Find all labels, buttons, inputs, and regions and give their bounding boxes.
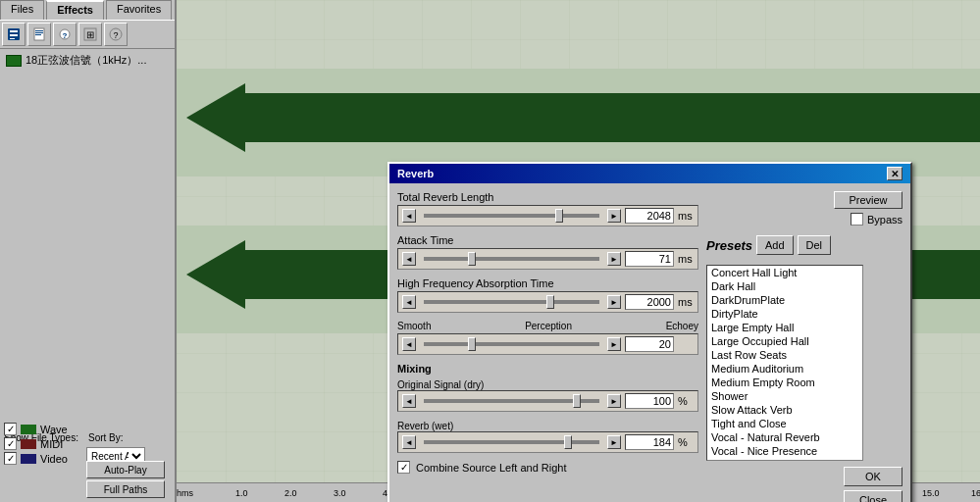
close-button[interactable]: Close — [844, 490, 903, 502]
character-left-arrow[interactable]: ◄ — [402, 337, 416, 351]
total-reverb-right-arrow[interactable]: ► — [607, 209, 621, 223]
original-signal-unit: % — [678, 395, 694, 407]
original-signal-thumb[interactable] — [573, 394, 581, 408]
preset-warm-room[interactable]: Warm Room — [707, 458, 862, 461]
preset-slow-attack-verb[interactable]: Slow Attack Verb — [707, 403, 862, 417]
attack-time-left-arrow[interactable]: ◄ — [402, 252, 416, 266]
attack-time-label: Attack Time — [397, 234, 698, 246]
sort-by-label: Sort By: — [88, 432, 124, 443]
svg-text:?: ? — [113, 30, 118, 40]
reverb-wet-track[interactable] — [424, 440, 599, 444]
video-icon — [21, 454, 36, 464]
reverb-wet-left-arrow[interactable]: ◄ — [402, 435, 416, 449]
toolbar-btn-3[interactable]: ? — [53, 23, 77, 46]
preset-dirty-plate[interactable]: DirtyPlate — [707, 307, 862, 321]
character-labels: Smooth Perception Echoey — [397, 321, 698, 333]
file-icon — [6, 55, 22, 67]
preset-concert-hall-light[interactable]: Concert Hall Light — [707, 266, 862, 279]
add-preset-button[interactable]: Add — [756, 235, 794, 255]
original-signal-value: 100 — [625, 393, 674, 409]
combine-checkbox-row: ✓ Combine Source Left and Right — [397, 461, 698, 474]
reverb-wet-thumb[interactable] — [564, 435, 572, 449]
full-paths-button[interactable]: Full Paths — [86, 480, 165, 498]
attack-time-track[interactable] — [424, 257, 599, 261]
preset-shower[interactable]: Shower — [707, 389, 862, 403]
tab-effects[interactable]: Effects — [46, 0, 104, 20]
preview-button[interactable]: Preview — [834, 191, 903, 209]
character-track[interactable] — [424, 342, 599, 346]
attack-time-unit: ms — [678, 253, 694, 265]
hf-absorption-left-arrow[interactable]: ◄ — [402, 295, 416, 309]
character-group: Smooth Perception Echoey ◄ ► 20 — [397, 321, 698, 355]
preset-medium-auditorium[interactable]: Medium Auditorium — [707, 362, 862, 376]
attack-time-thumb[interactable] — [468, 252, 476, 266]
waveform-track-1 — [177, 69, 980, 176]
mixing-section: Mixing Original Signal (dry) ◄ ► 100 % — [397, 363, 698, 453]
original-signal-slider-row: ◄ ► 100 % — [397, 390, 698, 412]
toolbar-row: ? ⊞ ? — [0, 20, 175, 49]
preset-dark-hall[interactable]: Dark Hall — [707, 279, 862, 293]
svg-rect-15 — [21, 439, 36, 449]
hf-absorption-track[interactable] — [424, 300, 599, 304]
character-thumb[interactable] — [468, 337, 476, 351]
preset-large-empty-hall[interactable]: Large Empty Hall — [707, 321, 862, 334]
del-preset-button[interactable]: Del — [798, 235, 832, 255]
total-reverb-slider-row: ◄ ► 2048 ms — [397, 205, 698, 226]
preset-dark-drum-plate[interactable]: DarkDrumPlate — [707, 293, 862, 307]
preset-tight-and-close[interactable]: Tight and Close — [707, 417, 862, 430]
preset-large-occupied-hall[interactable]: Large Occupied Hall — [707, 334, 862, 348]
hf-absorption-unit: ms — [678, 296, 694, 308]
hf-absorption-thumb[interactable] — [546, 295, 554, 309]
total-reverb-left-arrow[interactable]: ◄ — [402, 209, 416, 223]
character-right-arrow[interactable]: ► — [607, 337, 621, 351]
hf-absorption-slider-row: ◄ ► 2000 ms — [397, 291, 698, 313]
echoey-label: Echoey — [666, 321, 698, 331]
original-signal-label: Original Signal (dry) — [397, 379, 484, 390]
preset-vocal-natural-reverb[interactable]: Vocal - Natural Reverb — [707, 430, 862, 444]
svg-rect-14 — [21, 425, 36, 434]
total-reverb-track[interactable] — [424, 214, 599, 218]
dialog-close-button[interactable]: ✕ — [887, 167, 903, 180]
dialog-titlebar: Reverb ✕ — [389, 164, 910, 183]
preset-medium-empty-room[interactable]: Medium Empty Room — [707, 376, 862, 389]
preset-vocal-nice-presence[interactable]: Vocal - Nice Presence — [707, 444, 862, 458]
tab-favorites[interactable]: Favorites — [106, 0, 172, 20]
preset-last-row-seats[interactable]: Last Row Seats — [707, 348, 862, 362]
original-signal-right-arrow[interactable]: ► — [607, 394, 621, 408]
file-item[interactable]: 18正弦波信號（1kHz）... — [2, 51, 173, 70]
dialog-title: Reverb — [397, 168, 434, 179]
reverb-wet-right-arrow[interactable]: ► — [607, 435, 621, 449]
attack-time-slider-row: ◄ ► 71 ms — [397, 248, 698, 270]
toolbar-btn-1[interactable] — [2, 23, 26, 46]
reverb-wet-value: 184 — [625, 434, 674, 450]
timeline-1: 1.0 — [235, 488, 248, 498]
combine-label: Combine Source Left and Right — [416, 462, 566, 474]
ok-button[interactable]: OK — [844, 467, 903, 486]
reverb-wet-group: Reverb (wet) ◄ ► 184 % — [397, 420, 698, 453]
toolbar-btn-4[interactable]: ⊞ — [78, 23, 102, 46]
auto-play-button[interactable]: Auto-Play — [86, 461, 165, 478]
attack-time-value: 71 — [625, 251, 674, 267]
original-signal-left-arrow[interactable]: ◄ — [402, 394, 416, 408]
tab-files[interactable]: Files — [0, 0, 44, 20]
reverb-dialog: Reverb ✕ Total Reverb Length ◄ ► 2048 — [387, 162, 912, 502]
original-signal-track[interactable] — [424, 399, 599, 403]
midi-row: ✓ MIDI — [4, 437, 68, 450]
perception-label: Perception — [525, 321, 572, 331]
total-reverb-thumb[interactable] — [555, 209, 563, 223]
toolbar-btn-2[interactable] — [27, 23, 51, 46]
wave-checkbox[interactable]: ✓ — [4, 423, 17, 435]
bypass-checkbox[interactable] — [851, 213, 863, 226]
smooth-label: Smooth — [397, 321, 431, 331]
toolbar-btn-help[interactable]: ? — [104, 23, 128, 46]
hf-absorption-right-arrow[interactable]: ► — [607, 295, 621, 309]
dialog-body: Total Reverb Length ◄ ► 2048 ms Attack T… — [389, 183, 910, 502]
video-checkbox[interactable]: ✓ — [4, 452, 17, 465]
attack-time-right-arrow[interactable]: ► — [607, 252, 621, 266]
combine-checkbox[interactable]: ✓ — [397, 461, 410, 474]
midi-checkbox[interactable]: ✓ — [4, 437, 17, 450]
wave-row: ✓ Wave — [4, 423, 68, 435]
presets-list[interactable]: Concert Hall Light Dark Hall DarkDrumPla… — [706, 265, 863, 461]
video-label: Video — [40, 453, 68, 465]
video-row: ✓ Video — [4, 452, 68, 465]
